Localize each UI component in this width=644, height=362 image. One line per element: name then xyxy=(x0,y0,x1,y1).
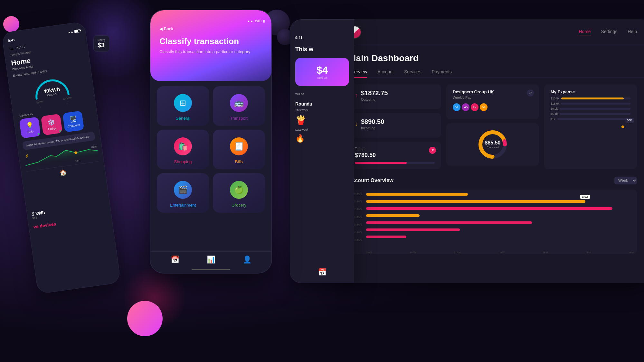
mcdonalds-logo: 🍟 xyxy=(295,115,349,125)
chart-row-7 xyxy=(366,235,634,239)
nav-chart-icon[interactable]: 📊 xyxy=(207,255,215,264)
temperature: 21° C xyxy=(16,45,25,50)
expense-bar-5 xyxy=(557,118,565,120)
outgoing-label: Outgoing xyxy=(361,97,388,101)
classify-header: ▲▲ WiFi ▮ ◀ Back Classify transaction Cl… xyxy=(150,10,271,81)
topup-bar-fill xyxy=(355,162,407,164)
signal-icon: ▲▲ xyxy=(247,19,253,23)
bar-1 xyxy=(366,193,468,196)
expense-row-2: $15.0k xyxy=(551,102,630,105)
my-expenses-card: My Expense $20.5k $15.0k xyxy=(544,84,637,169)
category-bills[interactable]: 🧾 Bills xyxy=(213,130,265,169)
rp-roundup: Roundu xyxy=(295,101,349,107)
expense-label-1: $20.5k xyxy=(551,97,559,100)
category-entertainment[interactable]: 🎬 Entertainment xyxy=(157,173,209,213)
nav-help[interactable]: Help xyxy=(628,29,637,35)
x-label-1: 9 AM xyxy=(366,251,372,254)
incoming-value: $890.50 xyxy=(361,118,384,125)
appliance-fridge[interactable]: ❄️ Fridge xyxy=(41,114,63,135)
bar-6 xyxy=(366,228,460,231)
topup-card: Topup $780.50 ↗ xyxy=(348,142,441,169)
transport-icon-symbol: 🚌 xyxy=(234,98,244,107)
chart-bars: $30.5 xyxy=(366,192,634,244)
home-indicator xyxy=(192,269,230,270)
status-time: 9:41 xyxy=(8,38,15,42)
svg-text:100kWh: 100kWh xyxy=(62,97,72,101)
grocery-icon: 🍏 xyxy=(230,181,248,199)
topup-label: Topup xyxy=(355,147,435,151)
expense-label-3: $9.0k xyxy=(551,107,558,110)
classify-title: Classify transaction xyxy=(159,36,262,46)
kwh-stat: 5 kWh $12 xyxy=(31,210,45,220)
middle-bottom-nav: 📅 📊 👤 xyxy=(150,251,271,273)
x-label-4: 12PM xyxy=(498,251,505,254)
donut-center: $85.50 Received xyxy=(477,128,509,161)
chart-row-4 xyxy=(366,213,634,218)
avatar-md: MD xyxy=(462,103,469,111)
overview-title: Account Overview xyxy=(348,178,393,183)
avatar-dr: DR xyxy=(453,103,460,111)
grocery-label: Grocery xyxy=(232,203,246,208)
incoming-label: Incoming xyxy=(361,126,384,130)
wifi-icon: WiFi xyxy=(255,19,261,23)
nav-profile-icon[interactable]: 👤 xyxy=(243,255,251,264)
overview-header: Account Overview Week Month xyxy=(348,177,637,184)
expand-icon[interactable]: ↗ xyxy=(527,89,534,97)
tab-payments[interactable]: Payments xyxy=(432,66,452,78)
rp-last-week: Last week xyxy=(295,128,349,131)
account-overview-section: Account Overview Week Month 19 JAN 18 JA… xyxy=(348,177,637,254)
svg-text:18°C: 18°C xyxy=(75,159,80,162)
rp-bottom-icon: 📅 xyxy=(318,268,327,276)
category-transport[interactable]: 🚌 Transport xyxy=(213,86,265,126)
chart-row-1 xyxy=(366,192,634,197)
shopping-label: Shopping xyxy=(174,159,192,164)
donut-chart: $85.50 Received xyxy=(477,128,509,161)
x-label-5: 1PM xyxy=(543,251,548,254)
expense-bar-4 xyxy=(560,113,584,115)
appliance-computer[interactable]: 🖥️ Computer xyxy=(62,111,84,133)
tab-account[interactable]: Account xyxy=(377,66,394,78)
bar-7 xyxy=(366,236,406,238)
energy-gauge: 0kWh 100kWh 40kWh Cost $30 xyxy=(27,71,76,109)
designers-card: Designers Group UK Weekly Pay DR MD PK D… xyxy=(446,84,539,119)
grocery-icon-symbol: 🍏 xyxy=(234,185,244,194)
pink-orb-top xyxy=(3,16,19,32)
avatar-ds: DS xyxy=(480,103,488,111)
bills-label: Bills xyxy=(235,159,243,164)
general-label: General xyxy=(175,116,190,121)
dashboard-nav: Home Settings Help xyxy=(579,29,637,35)
expense-row-3: $9.0k xyxy=(551,107,630,110)
transport-label: Transport xyxy=(230,116,248,121)
category-grocery[interactable]: 🍏 Grocery xyxy=(213,173,265,213)
my-expenses-title: My Expense xyxy=(551,89,630,94)
expense-dot xyxy=(621,125,624,128)
chart-x-labels: 9 AM 10AM 11AM 12PM 1PM 2PM 3PM xyxy=(366,251,634,254)
chart-row-2: $30.5 xyxy=(366,199,634,204)
metrics-row: ↑ $1872.75 Outgoing ↓ $890.50 Incoming xyxy=(348,84,637,169)
donut-value: $85.50 xyxy=(485,140,501,146)
x-label-7: 3PM xyxy=(629,251,634,254)
nav-home[interactable]: 🏠 xyxy=(59,169,67,177)
tinder-logo: 🔥 xyxy=(295,134,349,143)
active-devices-label: ve devices xyxy=(33,221,56,229)
active-devices: ve devices xyxy=(33,221,56,229)
back-button[interactable]: ◀ Back xyxy=(159,26,262,31)
transport-icon: 🚌 xyxy=(230,94,248,112)
account-chart: 19 JAN 18 JAN 17 JAN 16 JAN 15 JAN 14 JA… xyxy=(348,190,637,254)
topup-bar-bg xyxy=(355,162,435,164)
energy-card-overlay: Energ $3 xyxy=(93,35,109,52)
week-select[interactable]: Week Month xyxy=(614,177,637,184)
nav-home[interactable]: Home xyxy=(579,29,591,35)
appliance-bulb[interactable]: 💡 Bulb xyxy=(19,117,41,139)
rp-will-be: Will be xyxy=(295,90,349,98)
category-grid: ⊞ General 🚌 Transport 🛍️ Shopping 🧾 Bill… xyxy=(150,81,271,218)
classify-status-bar: ▲▲ WiFi ▮ xyxy=(247,19,265,23)
x-label-2: 10AM xyxy=(410,251,416,254)
rp-this-week: This week xyxy=(295,108,349,112)
nav-settings[interactable]: Settings xyxy=(601,29,618,35)
battery-icon xyxy=(74,29,80,33)
category-general[interactable]: ⊞ General xyxy=(157,86,209,126)
tab-services[interactable]: Services xyxy=(404,66,421,78)
category-shopping[interactable]: 🛍️ Shopping xyxy=(157,130,209,169)
nav-calendar-icon[interactable]: 📅 xyxy=(171,255,179,264)
